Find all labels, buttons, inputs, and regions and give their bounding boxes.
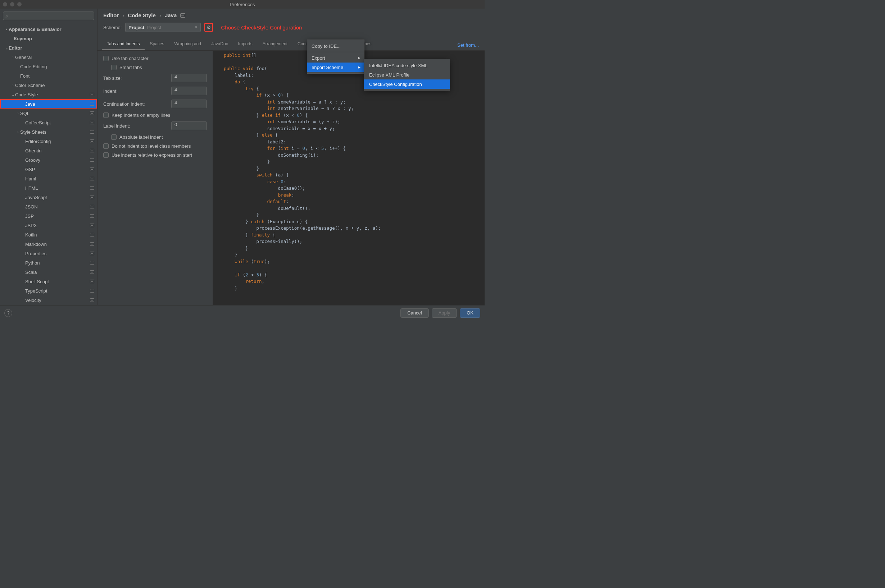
gear-icon: ⚙ [206,24,211,30]
scheme-name: Project [128,25,144,30]
tab-javadoc[interactable]: JavaDoc [206,39,233,50]
sidebar-item-label: Style Sheets [20,129,90,135]
sidebar-item-code-style[interactable]: ⌄Code Style [0,90,97,99]
search-input[interactable] [9,13,92,18]
absolute-label-indent-checkbox[interactable]: Absolute label indent [103,134,207,140]
sidebar-item-label: EditorConfig [25,139,90,144]
sidebar-item-jsp[interactable]: JSP [0,212,97,220]
sidebar-item-kotlin[interactable]: Kotlin [0,230,97,239]
sidebar-item-font[interactable]: Font [0,71,97,81]
sidebar-item-label: Keymap [14,36,94,41]
sidebar-item-json[interactable]: JSON [0,202,97,212]
smart-tabs-checkbox[interactable]: Smart tabs [103,65,207,70]
sidebar-item-label: Markdown [25,242,90,247]
sidebar-item-coffeescript[interactable]: CoffeeScript [0,118,97,127]
cancel-button[interactable]: Cancel [400,308,429,318]
sidebar-item-properties[interactable]: Properties [0,249,97,258]
minimize-window-icon[interactable] [10,2,14,6]
sidebar-item-python[interactable]: Python [0,258,97,267]
continuation-indent-label: Continuation indent: [103,101,171,107]
sidebar-item-javascript[interactable]: JavaScript [0,193,97,202]
project-badge-icon [90,102,94,106]
menu-item-export[interactable]: Export ▶ [307,53,364,63]
help-button[interactable]: ? [5,309,12,317]
project-badge-icon [180,13,185,18]
submenu-item-checkstyle[interactable]: CheckStyle Configuration [364,80,450,89]
sidebar-item-label: Font [20,74,94,79]
tab-imports[interactable]: Imports [233,39,257,50]
sidebar-item-shell-script[interactable]: Shell Script [0,277,97,286]
ok-button[interactable]: OK [460,308,480,318]
sidebar-item-typescript[interactable]: TypeScript [0,286,97,296]
keep-indents-checkbox[interactable]: Keep indents on empty lines [103,112,207,118]
breadcrumb-item[interactable]: Editor [103,12,119,18]
sidebar-item-label: Java [25,101,90,107]
indent-input[interactable]: 4 [171,87,207,95]
project-badge-icon [90,140,94,143]
sidebar-item-label: Properties [25,251,90,256]
scheme-actions-button[interactable]: ⚙ [204,23,213,32]
use-tab-character-checkbox[interactable]: Use tab character [103,56,207,61]
sidebar-item-style-sheets[interactable]: ›Style Sheets [0,127,97,136]
chevron-right-icon: ▶ [358,56,360,60]
relative-indent-checkbox[interactable]: Use indents relative to expression start [103,152,207,158]
submenu-item-eclipse-xml[interactable]: Eclipse XML Profile [364,70,450,80]
sidebar-item-velocity[interactable]: Velocity [0,296,97,305]
project-badge-icon [90,233,94,237]
chevron-icon: › [16,130,20,134]
sidebar-item-color-scheme[interactable]: ›Color Scheme [0,81,97,90]
sidebar-item-label: SQL [20,111,90,116]
sidebar-item-jspx[interactable]: JSPX [0,220,97,230]
sidebar-item-html[interactable]: HTML [0,183,97,193]
maximize-window-icon[interactable] [17,2,22,6]
scheme-select[interactable]: Project Project ▼ [125,22,201,32]
tab-tabs-and-indents[interactable]: Tabs and Indents [102,39,144,50]
apply-button[interactable]: Apply [432,308,457,318]
sidebar-item-code-editing[interactable]: Code Editing [0,62,97,71]
label-indent-input[interactable]: 0 [171,122,207,130]
sidebar-item-label: General [15,55,94,60]
sidebar-item-editor[interactable]: ⌄Editor [0,43,97,52]
menu-item-copy-to-ide[interactable]: Copy to IDE... [307,41,364,51]
sidebar-item-gsp[interactable]: GSP [0,165,97,174]
tab-arrangement[interactable]: Arrangement [257,39,292,50]
sidebar-item-sql[interactable]: ›SQL [0,108,97,118]
project-badge-icon [90,205,94,208]
menu-separator [307,52,364,52]
menu-item-import-scheme[interactable]: Import Scheme ▶ [307,63,364,72]
search-box[interactable]: ⌕ [3,12,94,20]
tab-wrapping-and[interactable]: Wrapping and [169,39,206,50]
sidebar-item-general[interactable]: ›General [0,52,97,62]
annotation-text: Choose CheckStyle Configuration [221,24,302,30]
sidebar-item-label: Editor [9,45,94,51]
sidebar-item-scala[interactable]: Scala [0,267,97,277]
sidebar-item-appearance-behavior[interactable]: ›Appearance & Behavior [0,24,97,34]
tab-spaces[interactable]: Spaces [144,39,169,50]
no-top-level-indent-checkbox[interactable]: Do not indent top level class members [103,143,207,149]
project-badge-icon [90,252,94,255]
chevron-right-icon: › [160,12,161,18]
sidebar-item-label: CoffeeScript [25,120,90,125]
sidebar-item-java[interactable]: Java [0,99,97,108]
sidebar-item-gherkin[interactable]: Gherkin [0,146,97,155]
sidebar-item-keymap[interactable]: Keymap [0,34,97,43]
breadcrumb-item[interactable]: Java [165,12,177,18]
sidebar-item-label: Velocity [25,298,90,303]
project-badge-icon [90,158,94,162]
sidebar-item-label: Appearance & Behavior [9,27,94,32]
sidebar-item-editorconfig[interactable]: EditorConfig [0,136,97,146]
sidebar-item-label: Code Style [15,92,90,98]
sidebar-item-markdown[interactable]: Markdown [0,239,97,249]
sidebar-item-haml[interactable]: Haml [0,174,97,183]
tab-size-input[interactable]: 4 [171,74,207,82]
project-badge-icon [90,195,94,199]
indent-settings-panel: Use tab character Smart tabs Tab size: 4… [98,51,212,305]
breadcrumb-item[interactable]: Code Style [128,12,156,18]
set-from-link[interactable]: Set from... [457,42,479,48]
close-window-icon[interactable] [3,2,7,6]
sidebar-item-label: JSPX [25,223,90,228]
continuation-indent-input[interactable]: 4 [171,99,207,108]
sidebar-item-label: Python [25,260,90,266]
sidebar-item-groovy[interactable]: Groovy [0,155,97,165]
submenu-item-intellij-xml[interactable]: IntelliJ IDEA code style XML [364,61,450,70]
